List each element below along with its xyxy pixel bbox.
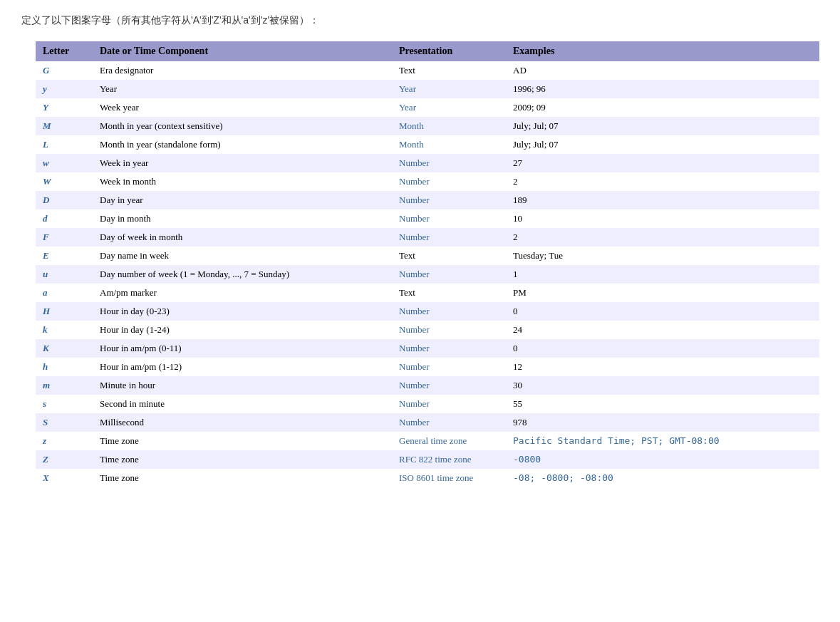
- cell-letter: y: [36, 80, 93, 98]
- intro-text: 定义了以下图案字母（所有其他字符从'A'到'Z'和从'a'到'z'被保留）：: [21, 14, 819, 27]
- cell-example: Tuesday; Tue: [506, 247, 819, 265]
- cell-letter: S: [36, 413, 93, 432]
- table-row: LMonth in year (standalone form)MonthJul…: [36, 135, 819, 154]
- table-row: XTime zoneISO 8601 time zone-08; -0800; …: [36, 469, 819, 487]
- cell-example: PM: [506, 284, 819, 302]
- table-row: SMillisecondNumber978: [36, 413, 819, 432]
- table-header-row: Letter Date or Time Component Presentati…: [36, 41, 819, 61]
- cell-letter: M: [36, 117, 93, 135]
- cell-description: Minute in hour: [93, 376, 392, 395]
- cell-example: 12: [506, 358, 819, 376]
- table-row: DDay in yearNumber189: [36, 191, 819, 209]
- cell-description: Time zone: [93, 432, 392, 450]
- cell-presentation[interactable]: Number: [392, 172, 506, 191]
- cell-description: Day in month: [93, 209, 392, 228]
- cell-description: Hour in am/pm (0-11): [93, 339, 392, 358]
- cell-presentation[interactable]: Number: [392, 413, 506, 432]
- cell-description: Hour in am/pm (1-12): [93, 358, 392, 376]
- table-row: HHour in day (0-23)Number0: [36, 302, 819, 321]
- cell-letter: d: [36, 209, 93, 228]
- cell-description: Week year: [93, 98, 392, 117]
- cell-description: Hour in day (0-23): [93, 302, 392, 321]
- cell-example: 0: [506, 339, 819, 358]
- cell-presentation[interactable]: Number: [392, 358, 506, 376]
- table-row: hHour in am/pm (1-12)Number12: [36, 358, 819, 376]
- cell-letter: X: [36, 469, 93, 487]
- cell-description: Month in year (standalone form): [93, 135, 392, 154]
- cell-presentation[interactable]: Number: [392, 154, 506, 172]
- cell-presentation: Text: [392, 247, 506, 265]
- cell-example: 30: [506, 376, 819, 395]
- cell-presentation[interactable]: Number: [392, 339, 506, 358]
- cell-presentation[interactable]: Number: [392, 265, 506, 284]
- table-row: MMonth in year (context sensitive)MonthJ…: [36, 117, 819, 135]
- cell-description: Second in minute: [93, 395, 392, 413]
- cell-example: July; Jul; 07: [506, 135, 819, 154]
- cell-letter: s: [36, 395, 93, 413]
- table-row: FDay of week in monthNumber2: [36, 228, 819, 247]
- cell-description: Day in year: [93, 191, 392, 209]
- table-row: KHour in am/pm (0-11)Number0: [36, 339, 819, 358]
- cell-example: -08; -0800; -08:00: [506, 469, 819, 487]
- cell-letter: E: [36, 247, 93, 265]
- table-row: uDay number of week (1 = Monday, ..., 7 …: [36, 265, 819, 284]
- table-row: kHour in day (1-24)Number24: [36, 321, 819, 339]
- cell-presentation[interactable]: ISO 8601 time zone: [392, 469, 506, 487]
- cell-presentation[interactable]: Number: [392, 321, 506, 339]
- cell-presentation[interactable]: Year: [392, 80, 506, 98]
- cell-letter: w: [36, 154, 93, 172]
- table-row: YWeek yearYear2009; 09: [36, 98, 819, 117]
- cell-description: Month in year (context sensitive): [93, 117, 392, 135]
- cell-example: 189: [506, 191, 819, 209]
- cell-description: Week in year: [93, 154, 392, 172]
- cell-example: 55: [506, 395, 819, 413]
- cell-example: 2009; 09: [506, 98, 819, 117]
- col-header-letter: Letter: [36, 41, 93, 61]
- cell-letter: h: [36, 358, 93, 376]
- cell-letter: Z: [36, 450, 93, 469]
- table-row: EDay name in weekTextTuesday; Tue: [36, 247, 819, 265]
- cell-description: Millisecond: [93, 413, 392, 432]
- cell-presentation[interactable]: Year: [392, 98, 506, 117]
- cell-presentation[interactable]: Number: [392, 209, 506, 228]
- col-header-presentation: Presentation: [392, 41, 506, 61]
- cell-presentation: Text: [392, 61, 506, 80]
- cell-letter: K: [36, 339, 93, 358]
- cell-presentation[interactable]: Month: [392, 117, 506, 135]
- cell-example: 10: [506, 209, 819, 228]
- cell-presentation[interactable]: Number: [392, 376, 506, 395]
- table-row: mMinute in hourNumber30: [36, 376, 819, 395]
- cell-presentation[interactable]: Number: [392, 191, 506, 209]
- table-row: sSecond in minuteNumber55: [36, 395, 819, 413]
- cell-description: Time zone: [93, 469, 392, 487]
- table-row: wWeek in yearNumber27: [36, 154, 819, 172]
- cell-example: -0800: [506, 450, 819, 469]
- cell-letter: m: [36, 376, 93, 395]
- cell-presentation[interactable]: Number: [392, 395, 506, 413]
- cell-presentation[interactable]: Month: [392, 135, 506, 154]
- cell-letter: F: [36, 228, 93, 247]
- cell-example: AD: [506, 61, 819, 80]
- cell-letter: k: [36, 321, 93, 339]
- cell-letter: a: [36, 284, 93, 302]
- cell-example: 1996; 96: [506, 80, 819, 98]
- cell-presentation[interactable]: RFC 822 time zone: [392, 450, 506, 469]
- cell-presentation[interactable]: Number: [392, 228, 506, 247]
- cell-description: Time zone: [93, 450, 392, 469]
- cell-letter: H: [36, 302, 93, 321]
- cell-description: Day number of week (1 = Monday, ..., 7 =…: [93, 265, 392, 284]
- table-row: zTime zoneGeneral time zonePacific Stand…: [36, 432, 819, 450]
- cell-letter: z: [36, 432, 93, 450]
- cell-presentation[interactable]: General time zone: [392, 432, 506, 450]
- cell-presentation[interactable]: Number: [392, 302, 506, 321]
- cell-description: Era designator: [93, 61, 392, 80]
- cell-example: 1: [506, 265, 819, 284]
- cell-letter: D: [36, 191, 93, 209]
- col-header-examples: Examples: [506, 41, 819, 61]
- col-header-component: Date or Time Component: [93, 41, 392, 61]
- cell-letter: G: [36, 61, 93, 80]
- cell-example: Pacific Standard Time; PST; GMT-08:00: [506, 432, 819, 450]
- cell-description: Am/pm marker: [93, 284, 392, 302]
- cell-example: 2: [506, 228, 819, 247]
- cell-description: Week in month: [93, 172, 392, 191]
